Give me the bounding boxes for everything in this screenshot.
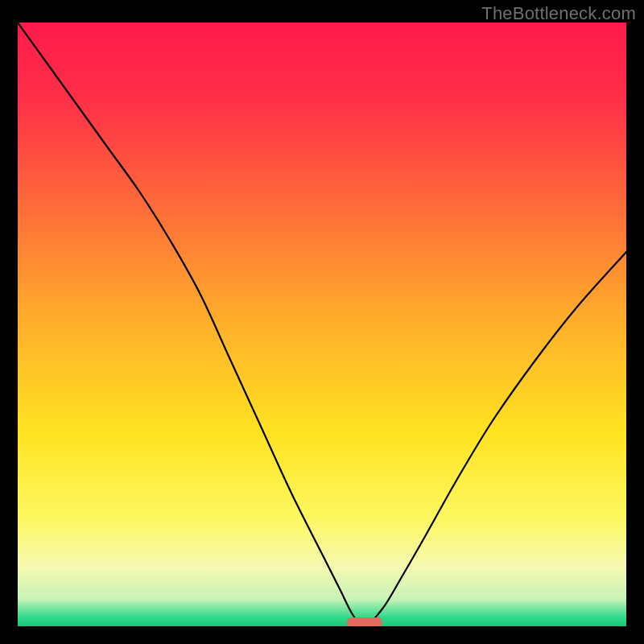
watermark-text: TheBottleneck.com <box>481 3 636 24</box>
image-frame: TheBottleneck.com <box>0 0 644 644</box>
chart-canvas <box>18 23 626 626</box>
optimal-marker <box>347 617 382 626</box>
gradient-background <box>18 23 626 626</box>
chart-plot <box>18 23 626 626</box>
